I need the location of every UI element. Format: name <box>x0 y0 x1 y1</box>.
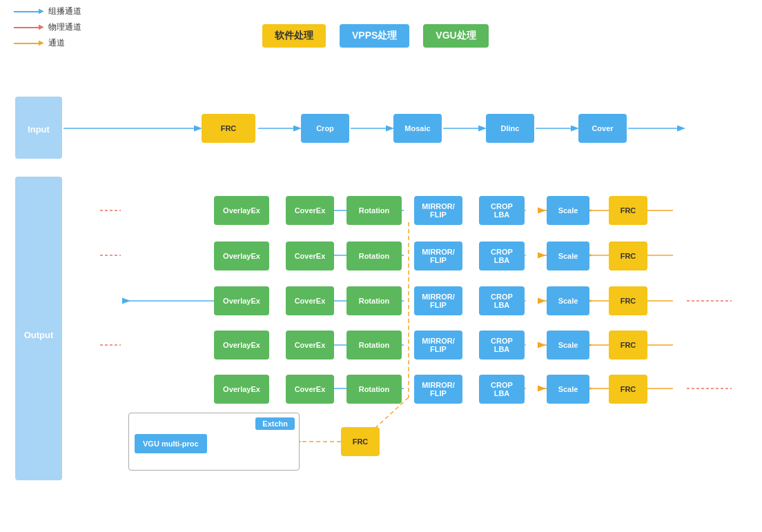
overlayex-row1: OverlayEx <box>214 196 269 225</box>
legend-org: ▶ 组播通道 <box>14 6 81 17</box>
coverex-row1: CoverEx <box>286 196 334 225</box>
coverex-row2: CoverEx <box>286 242 334 270</box>
vgu-multi-proc-btn[interactable]: VGU multi-proc <box>135 434 207 453</box>
crop-input: Crop <box>301 114 349 143</box>
mirror-row3: MIRROR/ FLIP <box>414 286 462 315</box>
scale-row1: Scale <box>547 196 589 225</box>
frc-input: FRC <box>202 114 255 143</box>
frc-row3: FRC <box>609 286 647 315</box>
scale-row2: Scale <box>547 242 589 270</box>
legend-out-label: 通道 <box>48 37 65 49</box>
scale-row4: Scale <box>547 331 589 359</box>
frc-row2: FRC <box>609 242 647 270</box>
scale-row5: Scale <box>547 375 589 404</box>
legend: ▶ 组播通道 ▶ 物理通道 ▶ 通道 <box>14 6 81 49</box>
rotation-row2: Rotation <box>346 242 402 270</box>
svg-text:Output: Output <box>24 330 54 340</box>
scale-row3: Scale <box>547 286 589 315</box>
rotation-row3: Rotation <box>346 286 402 315</box>
mirror-row4: MIRROR/ FLIP <box>414 331 462 359</box>
dlinc-input: Dlinc <box>486 114 534 143</box>
proc-type-legend: 软件处理 VPPS处理 VGU处理 <box>262 24 489 48</box>
svg-rect-2 <box>15 177 62 480</box>
crop-lba-row4: CROP LBA <box>479 331 525 359</box>
rotation-row1: Rotation <box>346 196 402 225</box>
extchn-btn[interactable]: Extchn <box>255 417 295 430</box>
rotation-row5: Rotation <box>346 375 402 404</box>
proc-vpps: VPPS处理 <box>340 24 409 48</box>
legend-phys-label: 物理通道 <box>48 21 81 33</box>
legend-out: ▶ 通道 <box>14 37 81 49</box>
crop-lba-row1: CROP LBA <box>479 196 525 225</box>
crop-lba-row5: CROP LBA <box>479 375 525 404</box>
frc-vgu: FRC <box>341 427 380 456</box>
coverex-row4: CoverEx <box>286 331 334 359</box>
frc-row4: FRC <box>609 331 647 359</box>
crop-lba-row3: CROP LBA <box>479 286 525 315</box>
mirror-row5: MIRROR/ FLIP <box>414 375 462 404</box>
svg-rect-0 <box>15 97 62 159</box>
mirror-row2: MIRROR/ FLIP <box>414 242 462 270</box>
overlayex-row4: OverlayEx <box>214 331 269 359</box>
proc-vgu: VGU处理 <box>423 24 488 48</box>
overlayex-row3: OverlayEx <box>214 286 269 315</box>
vgu-container: Extchn VGU multi-proc <box>128 413 300 471</box>
mirror-row1: MIRROR/ FLIP <box>414 196 462 225</box>
crop-lba-row2: CROP LBA <box>479 242 525 270</box>
legend-phys: ▶ 物理通道 <box>14 21 81 33</box>
coverex-row3: CoverEx <box>286 286 334 315</box>
proc-software: 软件处理 <box>262 24 326 48</box>
overlayex-row2: OverlayEx <box>214 242 269 270</box>
mosaic-input: Mosaic <box>393 114 442 143</box>
cover-input: Cover <box>578 114 627 143</box>
legend-org-label: 组播通道 <box>48 6 81 17</box>
frc-row1: FRC <box>609 196 647 225</box>
overlayex-row5: OverlayEx <box>214 375 269 404</box>
coverex-row5: CoverEx <box>286 375 334 404</box>
frc-row5: FRC <box>609 375 647 404</box>
svg-text:Input: Input <box>28 124 50 135</box>
rotation-row4: Rotation <box>346 331 402 359</box>
